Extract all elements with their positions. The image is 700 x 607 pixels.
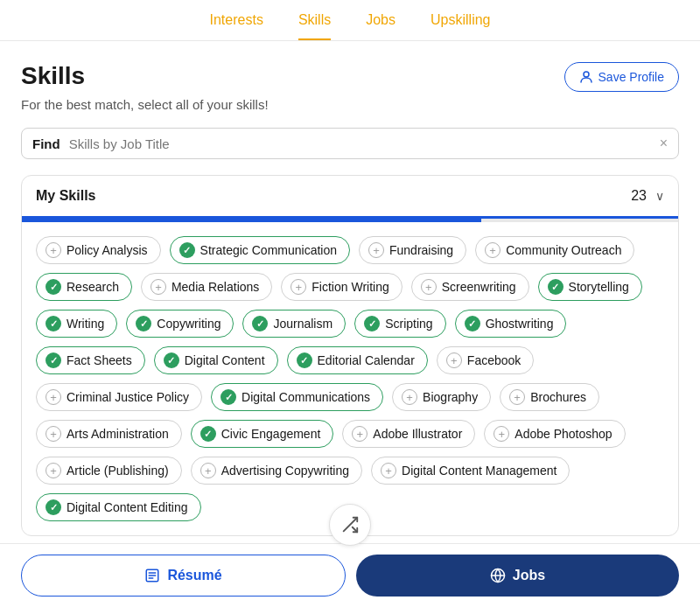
add-icon xyxy=(150,279,166,295)
person-icon xyxy=(579,70,593,84)
chip-screenwriting[interactable]: Screenwriting xyxy=(411,273,529,301)
check-icon xyxy=(46,499,61,515)
app-container: Interests Skills Jobs Upskilling Skills … xyxy=(0,0,700,607)
chip-research[interactable]: Research xyxy=(36,273,132,301)
bottom-bar: Résumé Jobs xyxy=(0,543,700,607)
chip-digital-content-management[interactable]: Digital Content Management xyxy=(371,457,570,485)
chip-digital-content[interactable]: Digital Content xyxy=(154,346,278,374)
chip-fact-sheets[interactable]: Fact Sheets xyxy=(36,346,145,374)
chip-strategic-communication[interactable]: Strategic Communication xyxy=(170,236,350,264)
check-icon xyxy=(179,242,195,258)
chip-writing[interactable]: Writing xyxy=(36,310,117,338)
tab-skills[interactable]: Skills xyxy=(298,12,331,40)
check-icon xyxy=(46,352,61,368)
add-icon xyxy=(46,389,61,405)
chip-article-publishing[interactable]: Article (Publishing) xyxy=(36,457,182,485)
skills-header[interactable]: My Skills 23 ∨ xyxy=(22,176,678,219)
check-icon xyxy=(46,316,61,331)
shuffle-icon xyxy=(340,515,360,534)
search-input[interactable] xyxy=(69,136,651,151)
clear-search-button[interactable]: × xyxy=(660,136,668,151)
chip-label: Brochures xyxy=(530,390,586,404)
tab-jobs[interactable]: Jobs xyxy=(366,12,396,40)
chip-label: Digital Content Management xyxy=(402,464,556,478)
find-label: Find xyxy=(32,136,60,151)
chip-fundraising[interactable]: Fundraising xyxy=(359,236,466,264)
add-icon xyxy=(46,242,61,258)
chip-label: Fiction Writing xyxy=(312,280,388,294)
chip-digital-communications[interactable]: Digital Communications xyxy=(211,383,383,411)
chip-civic-engagement[interactable]: Civic Engagement xyxy=(191,420,334,448)
chip-policy-analysis[interactable]: Policy Analysis xyxy=(36,236,161,264)
chip-ghostwriting[interactable]: Ghostwriting xyxy=(455,310,567,338)
save-profile-button[interactable]: Save Profile xyxy=(564,62,679,92)
chip-label: Scripting xyxy=(385,317,432,331)
jobs-button[interactable]: Jobs xyxy=(356,555,679,597)
chip-community-outreach[interactable]: Community Outreach xyxy=(475,236,634,264)
globe-icon xyxy=(490,568,506,583)
chip-label: Journalism xyxy=(273,317,332,331)
chip-label: Strategic Communication xyxy=(200,243,337,257)
chip-label: Screenwriting xyxy=(442,280,516,294)
add-icon xyxy=(200,463,216,478)
chip-label: Media Relations xyxy=(172,280,259,294)
chip-journalism[interactable]: Journalism xyxy=(242,310,346,338)
shuffle-button[interactable] xyxy=(329,504,371,546)
chip-digital-content-editing[interactable]: Digital Content Editing xyxy=(36,493,201,521)
tab-interests[interactable]: Interests xyxy=(210,12,263,40)
chip-arts-administration[interactable]: Arts Administration xyxy=(36,420,182,448)
chip-label: Ghostwriting xyxy=(486,317,554,331)
chip-label: Copywriting xyxy=(157,317,220,331)
check-icon xyxy=(465,316,480,331)
chip-label: Editorial Calendar xyxy=(318,353,415,367)
chip-adobe-illustrator[interactable]: Adobe Illustrator xyxy=(342,420,475,448)
check-icon xyxy=(200,426,216,442)
resume-button[interactable]: Résumé xyxy=(21,555,346,597)
add-icon xyxy=(421,279,437,295)
check-icon xyxy=(252,316,268,331)
chip-criminal-justice-policy[interactable]: Criminal Justice Policy xyxy=(36,383,202,411)
tab-upskilling[interactable]: Upskilling xyxy=(430,12,490,40)
chip-copywriting[interactable]: Copywriting xyxy=(126,310,234,338)
chip-label: Community Outreach xyxy=(506,243,621,257)
chip-label: Article (Publishing) xyxy=(66,464,169,478)
check-icon xyxy=(364,316,380,331)
chip-label: Policy Analysis xyxy=(66,243,148,257)
content-area: Skills Save Profile For the best match, … xyxy=(0,41,700,607)
skills-section-label: My Skills xyxy=(36,188,95,204)
add-icon xyxy=(290,279,306,295)
chip-label: Digital Content Editing xyxy=(66,500,188,514)
chip-brochures[interactable]: Brochures xyxy=(500,383,599,411)
add-icon xyxy=(485,242,500,258)
chip-scripting[interactable]: Scripting xyxy=(354,310,445,338)
chip-label: Facebook xyxy=(467,353,521,367)
skills-section: My Skills 23 ∨ Policy AnalysisStrategic … xyxy=(21,175,679,536)
chip-label: Adobe Photoshop xyxy=(514,427,612,441)
chip-biography[interactable]: Biography xyxy=(392,383,491,411)
chip-label: Fact Sheets xyxy=(66,353,132,367)
chip-storytelling[interactable]: Storytelling xyxy=(538,273,642,301)
chip-editorial-calendar[interactable]: Editorial Calendar xyxy=(287,346,428,374)
check-icon xyxy=(548,279,564,295)
chevron-down-icon: ∨ xyxy=(655,189,664,203)
chip-label: Adobe Illustrator xyxy=(373,427,462,441)
chip-fiction-writing[interactable]: Fiction Writing xyxy=(281,273,402,301)
chip-label: Civic Engagement xyxy=(221,427,321,441)
add-icon xyxy=(381,463,396,478)
chip-facebook[interactable]: Facebook xyxy=(437,346,534,374)
chip-label: Advertising Copywriting xyxy=(221,464,349,478)
add-icon xyxy=(494,426,509,442)
add-icon xyxy=(46,426,61,442)
chip-adobe-photoshop[interactable]: Adobe Photoshop xyxy=(484,420,625,448)
add-icon xyxy=(368,242,384,258)
add-icon xyxy=(352,426,368,442)
chip-label: Biography xyxy=(423,390,478,404)
nav-tabs: Interests Skills Jobs Upskilling xyxy=(0,0,700,41)
chip-label: Research xyxy=(66,280,119,294)
check-icon xyxy=(46,279,61,295)
check-icon xyxy=(297,352,312,368)
skills-count: 23 xyxy=(631,188,647,204)
chip-media-relations[interactable]: Media Relations xyxy=(141,273,272,301)
add-icon xyxy=(402,389,417,405)
chip-advertising-copywriting[interactable]: Advertising Copywriting xyxy=(191,457,362,485)
